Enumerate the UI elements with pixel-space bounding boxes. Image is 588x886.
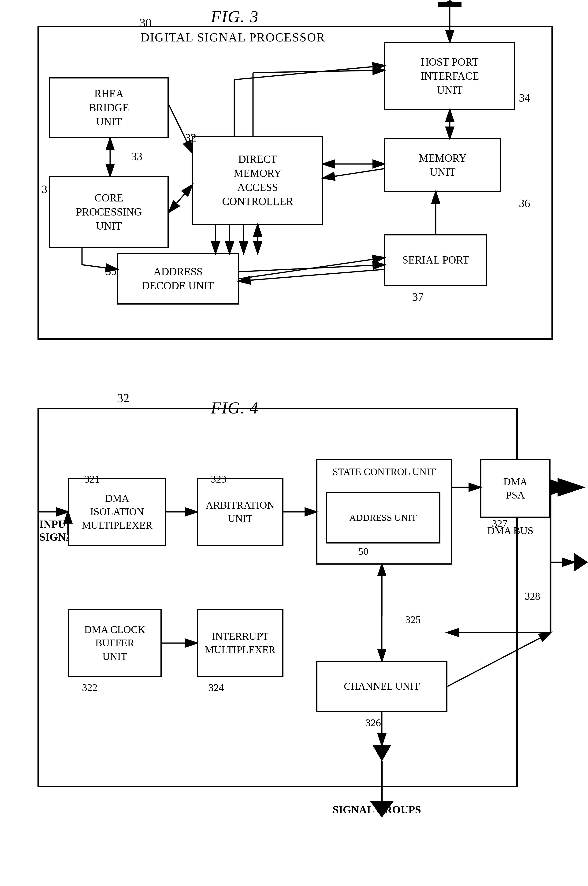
cpu-label: CORE PROCESSING UNIT bbox=[76, 191, 142, 233]
signal-groups-label: SIGNAL GROUPS bbox=[333, 804, 421, 816]
svg-marker-31 bbox=[558, 478, 586, 497]
fig4-ref-32-top: 32 bbox=[117, 391, 129, 405]
svg-marker-44 bbox=[574, 553, 588, 572]
fig3-title: FIG. 3 bbox=[211, 7, 259, 27]
state-control-label: STATE CONTROL UNIT bbox=[319, 466, 450, 477]
arb-box: ARBITRATION UNIT bbox=[197, 478, 284, 546]
mem-box: MEMORY UNIT bbox=[384, 138, 501, 192]
sp-box: SERIAL PORT bbox=[384, 234, 487, 286]
addr-unit-label: ADDRESS UNIT bbox=[349, 512, 417, 524]
dma-iso-label: DMA ISOLATION MULTIPLEXER bbox=[82, 492, 153, 532]
dma-clk-box: DMA CLOCK BUFFER UNIT bbox=[68, 609, 162, 677]
dma-bus-label: DMA BUS bbox=[487, 525, 533, 537]
hpi-box: HOST PORT INTERFACE UNIT bbox=[384, 42, 515, 110]
ref-37: 37 bbox=[412, 291, 423, 303]
int-mux-label: INTERRUPT MULTIPLEXER bbox=[205, 630, 276, 657]
ref-34: 34 bbox=[519, 91, 530, 104]
addr-unit-box: ADDRESS UNIT bbox=[326, 492, 440, 544]
ref-324: 324 bbox=[208, 682, 224, 694]
channel-box: CHANNEL UNIT bbox=[316, 661, 447, 712]
adu-label: ADDRESS DECODE UNIT bbox=[142, 265, 214, 293]
int-mux-box: INTERRUPT MULTIPLEXER bbox=[197, 609, 284, 677]
dma-clk-label: DMA CLOCK BUFFER UNIT bbox=[84, 623, 145, 663]
dsp-label: DIGITAL SIGNAL PROCESSOR bbox=[141, 30, 326, 44]
dma-iso-box: DMA ISOLATION MULTIPLEXER bbox=[68, 478, 166, 546]
ref-322: 322 bbox=[82, 682, 98, 694]
hpi-label: HOST PORT INTERFACE UNIT bbox=[420, 55, 479, 97]
svg-marker-5 bbox=[438, 0, 462, 7]
ref-323: 323 bbox=[211, 473, 226, 485]
ref-321: 321 bbox=[84, 473, 100, 485]
dma-box: DIRECT MEMORY ACCESS CONTROLLER bbox=[192, 136, 323, 225]
ref-325: 325 bbox=[405, 614, 421, 626]
arb-label: ARBITRATION UNIT bbox=[206, 499, 274, 525]
ref-36: 36 bbox=[519, 197, 530, 210]
ref-33: 33 bbox=[131, 150, 142, 163]
cpu-box: CORE PROCESSING UNIT bbox=[49, 176, 169, 248]
adu-box: ADDRESS DECODE UNIT bbox=[117, 253, 239, 304]
channel-label: CHANNEL UNIT bbox=[344, 680, 420, 693]
svg-marker-41 bbox=[438, 2, 462, 7]
dma-label: DIRECT MEMORY ACCESS CONTROLLER bbox=[222, 152, 293, 208]
dma-psa-label: DMA PSA bbox=[503, 475, 528, 502]
ref-50: 50 bbox=[358, 546, 368, 557]
rhea-bridge-unit-box: RHEA BRIDGE UNIT bbox=[49, 77, 169, 138]
ref-32: 32 bbox=[185, 131, 196, 144]
dma-psa-box: DMA PSA bbox=[480, 459, 550, 518]
mem-label: MEMORY UNIT bbox=[419, 151, 466, 179]
ref-326: 326 bbox=[366, 717, 381, 729]
ref-328: 328 bbox=[525, 591, 540, 602]
rhea-bridge-unit-label: RHEA BRIDGE UNIT bbox=[89, 87, 129, 129]
sp-label: SERIAL PORT bbox=[402, 253, 469, 267]
ref-35: 35 bbox=[105, 265, 117, 277]
